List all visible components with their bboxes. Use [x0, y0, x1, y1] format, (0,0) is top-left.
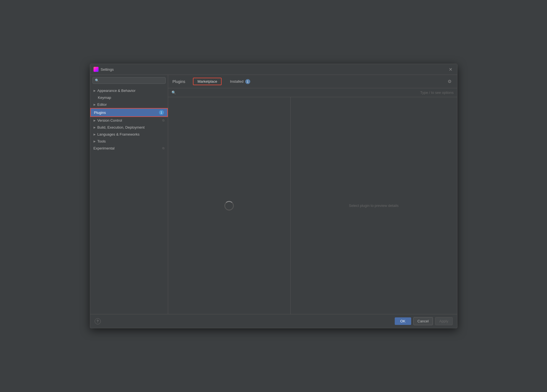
sidebar-item-appearance[interactable]: ▶ Appearance & Behavior: [90, 87, 168, 94]
installed-count-badge: 1: [245, 79, 250, 84]
apply-button[interactable]: Apply: [435, 317, 453, 325]
title-bar-left: Settings: [94, 67, 114, 72]
sidebar-item-label: Experimental: [94, 146, 162, 150]
main-content: Plugins Marketplace Installed 1 ⚙ 🔍 Type…: [168, 75, 457, 314]
copy-icon: ⧉: [162, 146, 165, 150]
help-button[interactable]: ?: [95, 318, 101, 324]
arrow-icon: ▶: [94, 119, 96, 122]
sidebar-search-input[interactable]: [101, 79, 163, 82]
sidebar-item-editor[interactable]: ▶ Editor: [90, 101, 168, 108]
footer-right: OK Cancel Apply: [395, 317, 453, 325]
plugin-list-panel: [168, 97, 291, 314]
plugins-badge: 1: [159, 110, 164, 115]
sidebar-nav: ▶ Appearance & Behavior Keymap ▶ Editor …: [90, 86, 168, 314]
sidebar-item-experimental[interactable]: Experimental ⧉: [90, 145, 168, 152]
split-panel: Select plugin to preview details: [168, 97, 457, 314]
ok-button[interactable]: OK: [395, 317, 411, 325]
dialog-title: Settings: [101, 67, 114, 72]
plugin-search-area[interactable]: 🔍 Type / to see options: [168, 88, 457, 97]
gear-button[interactable]: ⚙: [447, 78, 453, 85]
sidebar-item-label: Build, Execution, Deployment: [97, 125, 165, 129]
search-placeholder-text: Type / to see options: [420, 90, 454, 95]
search-icon: 🔍: [171, 90, 176, 95]
sidebar-item-label: Tools: [97, 139, 165, 143]
sidebar-item-label: Editor: [97, 102, 165, 107]
sidebar-item-tools[interactable]: ▶ Tools: [90, 138, 168, 145]
close-button[interactable]: ✕: [448, 66, 454, 72]
arrow-icon: ▶: [94, 89, 96, 92]
sidebar-item-label: Languages & Frameworks: [97, 132, 165, 136]
plugin-search-input[interactable]: [178, 90, 419, 95]
plugins-title: Plugins: [173, 79, 185, 84]
sidebar-item-label: Version Control: [97, 118, 162, 122]
footer-left: ?: [95, 318, 101, 324]
sidebar-item-build[interactable]: ▶ Build, Execution, Deployment: [90, 124, 168, 131]
settings-dialog: Settings ✕ 🔍 ▶ Appearance & Behavior Key…: [90, 64, 457, 328]
arrow-icon: ▶: [94, 140, 96, 143]
sidebar-item-languages[interactable]: ▶ Languages & Frameworks: [90, 131, 168, 138]
arrow-icon: ▶: [94, 133, 96, 136]
dialog-footer: ? OK Cancel Apply: [90, 314, 457, 328]
sidebar-item-plugins[interactable]: Plugins 1: [90, 108, 168, 117]
select-plugin-hint: Select plugin to preview details: [349, 204, 399, 208]
sidebar-item-version-control[interactable]: ▶ Version Control ⧉: [90, 117, 168, 124]
plugin-detail-panel: Select plugin to preview details: [291, 97, 457, 314]
sidebar-item-label: Plugins: [94, 111, 159, 115]
plugins-header: Plugins Marketplace Installed 1 ⚙: [168, 75, 457, 88]
installed-tab-label: Installed: [230, 79, 243, 84]
sidebar-item-label: Keymap: [98, 95, 165, 100]
sidebar: 🔍 ▶ Appearance & Behavior Keymap ▶ Edito…: [90, 75, 168, 314]
title-bar: Settings ✕: [90, 64, 457, 75]
search-icon: 🔍: [95, 79, 99, 82]
sidebar-search-box[interactable]: 🔍: [92, 77, 166, 84]
copy-icon: ⧉: [162, 119, 165, 122]
arrow-icon: ▶: [94, 103, 96, 106]
sidebar-item-keymap[interactable]: Keymap: [90, 94, 168, 101]
dialog-body: 🔍 ▶ Appearance & Behavior Keymap ▶ Edito…: [90, 75, 457, 314]
tab-installed[interactable]: Installed 1: [226, 78, 254, 85]
cancel-button[interactable]: Cancel: [413, 317, 433, 325]
sidebar-item-label: Appearance & Behavior: [97, 89, 165, 93]
tab-marketplace[interactable]: Marketplace: [193, 78, 222, 85]
app-icon: [94, 67, 99, 72]
loading-spinner: [224, 201, 234, 210]
arrow-icon: ▶: [94, 126, 96, 129]
